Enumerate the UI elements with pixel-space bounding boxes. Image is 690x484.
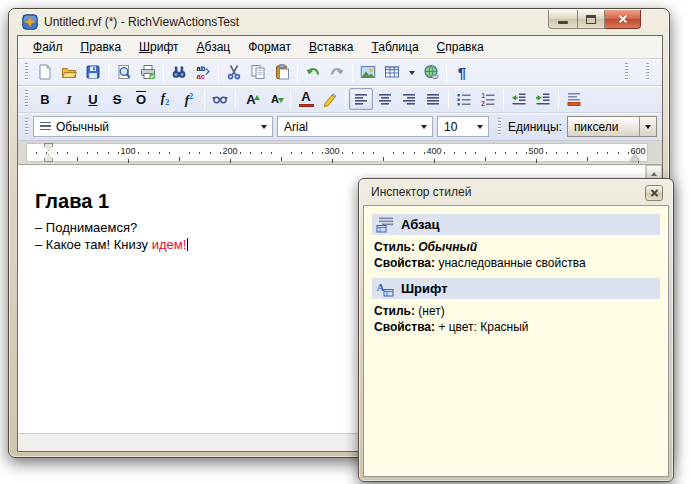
- italic-button[interactable]: I: [57, 88, 81, 110]
- font-name-combo[interactable]: Arial: [277, 116, 433, 137]
- print-button[interactable]: [136, 61, 160, 83]
- font-section-icon: A: [376, 280, 394, 297]
- insert-table-dropdown[interactable]: [404, 61, 419, 83]
- menu-bar: Файл Правка Шрифт Абзац Формат Вставка Т…: [18, 36, 662, 59]
- copy-button[interactable]: [246, 61, 270, 83]
- save-button[interactable]: [81, 61, 105, 83]
- svg-text:2: 2: [481, 100, 485, 107]
- combo-arrow-button[interactable]: [639, 117, 656, 136]
- pilcrow-icon: ¶: [458, 65, 466, 80]
- highlight-button[interactable]: [318, 88, 342, 110]
- shrink-font-button[interactable]: A: [263, 88, 287, 110]
- section-header-label: Абзац: [401, 217, 440, 232]
- open-button[interactable]: [57, 61, 81, 83]
- toolbar-separator: [297, 63, 298, 82]
- toolbar-gripper[interactable]: [498, 118, 501, 136]
- indent-button[interactable]: [531, 88, 555, 110]
- maximize-button[interactable]: [577, 10, 605, 29]
- find-button[interactable]: [167, 61, 191, 83]
- paragraph-marks-button[interactable]: ¶: [450, 61, 474, 83]
- insert-table-button[interactable]: [380, 61, 404, 83]
- toolbar-gripper[interactable]: [25, 63, 28, 81]
- align-right-icon: [401, 91, 417, 107]
- toolbar-gripper[interactable]: [25, 90, 28, 108]
- font-color-button[interactable]: A: [294, 88, 318, 110]
- replace-button[interactable]: abac: [191, 61, 215, 83]
- menu-insert[interactable]: Вставка: [300, 37, 363, 57]
- numbering-button[interactable]: 12: [476, 88, 500, 110]
- strikethrough-button[interactable]: S: [105, 88, 129, 110]
- inspector-content: Абзац Стиль: Обычный Свойства: унаследов…: [363, 205, 669, 477]
- menu-edit[interactable]: Правка: [72, 37, 131, 57]
- font-color-icon: A: [301, 90, 310, 103]
- close-button[interactable]: [605, 10, 641, 29]
- menu-paragraph[interactable]: Абзац: [188, 37, 240, 57]
- overline-button[interactable]: O: [129, 88, 153, 110]
- insert-image-button[interactable]: [356, 61, 380, 83]
- align-center-button[interactable]: [373, 88, 397, 110]
- hyperlink-button[interactable]: [419, 61, 443, 83]
- bold-button[interactable]: B: [33, 88, 57, 110]
- new-document-button[interactable]: [33, 61, 57, 83]
- minimize-button[interactable]: [548, 10, 577, 29]
- scissors-icon: [226, 64, 242, 80]
- units-label: Единицы:: [508, 120, 562, 134]
- horizontal-ruler[interactable]: 100200300400500600: [18, 141, 662, 165]
- undo-icon: [305, 64, 321, 80]
- overline-icon: O: [136, 93, 146, 106]
- table-icon: [384, 64, 400, 80]
- menu-font[interactable]: Шрифт: [130, 37, 187, 57]
- paste-button[interactable]: [270, 61, 294, 83]
- titlebar[interactable]: Untitled.rvf (*) - RichViewActionsTest: [9, 9, 669, 35]
- red-text: идем!: [152, 237, 187, 252]
- inspector-titlebar[interactable]: Инспектор стилей: [359, 179, 673, 205]
- cut-button[interactable]: [222, 61, 246, 83]
- redo-button[interactable]: [325, 61, 349, 83]
- toolbar-standard: abac: [18, 59, 662, 86]
- paragraph-color-button[interactable]: [562, 88, 586, 110]
- props-value: унаследованные свойства: [438, 256, 585, 270]
- align-left-button[interactable]: [349, 88, 373, 110]
- menu-help[interactable]: Справка: [428, 37, 493, 57]
- style-value: Обычный: [418, 240, 477, 254]
- right-indent-marker[interactable]: [630, 149, 640, 161]
- arrow-up-icon: [651, 169, 657, 176]
- toolbar-gripper[interactable]: [25, 118, 28, 136]
- inspector-close-button[interactable]: [645, 185, 663, 201]
- grow-font-button[interactable]: A: [239, 88, 263, 110]
- toolbar-separator: [503, 90, 504, 109]
- underline-button[interactable]: U: [81, 88, 105, 110]
- maximize-icon: [586, 15, 596, 24]
- text-caret: [187, 238, 188, 251]
- print-preview-button[interactable]: [112, 61, 136, 83]
- underline-icon: U: [88, 93, 97, 106]
- toolbar-separator: [558, 90, 559, 109]
- toolbar-separator: [235, 90, 236, 109]
- toolbar-gripper[interactable]: [625, 63, 628, 81]
- inspector-row: Свойства: унаследованные свойства: [372, 256, 660, 271]
- align-right-button[interactable]: [397, 88, 421, 110]
- menu-file[interactable]: Файл: [24, 37, 72, 57]
- outdent-button[interactable]: [507, 88, 531, 110]
- subscript-button[interactable]: f2: [153, 88, 177, 110]
- paragraph-style-combo[interactable]: Обычный: [33, 116, 273, 137]
- undo-button[interactable]: [301, 61, 325, 83]
- bullets-button[interactable]: [452, 88, 476, 110]
- svg-text:ac: ac: [197, 72, 205, 80]
- justify-button[interactable]: [421, 88, 445, 110]
- toolbar-formatting: B I U S O f2 f2 A A A: [18, 86, 662, 113]
- minimize-icon: [558, 21, 568, 24]
- superscript-button[interactable]: f2: [177, 88, 201, 110]
- redo-icon: [329, 64, 345, 80]
- bold-icon: B: [40, 93, 49, 106]
- menu-format[interactable]: Формат: [239, 37, 300, 57]
- toolbar-gripper[interactable]: [646, 63, 649, 81]
- paste-icon: [274, 64, 290, 80]
- units-combo[interactable]: пиксели: [567, 116, 657, 137]
- font-size-combo[interactable]: 10: [437, 116, 489, 137]
- menu-table[interactable]: Таблица: [363, 37, 428, 57]
- image-icon: [360, 64, 376, 80]
- hypertext-button[interactable]: [208, 88, 232, 110]
- arrow-up-icon: [254, 92, 260, 100]
- indent-icon: [535, 91, 551, 107]
